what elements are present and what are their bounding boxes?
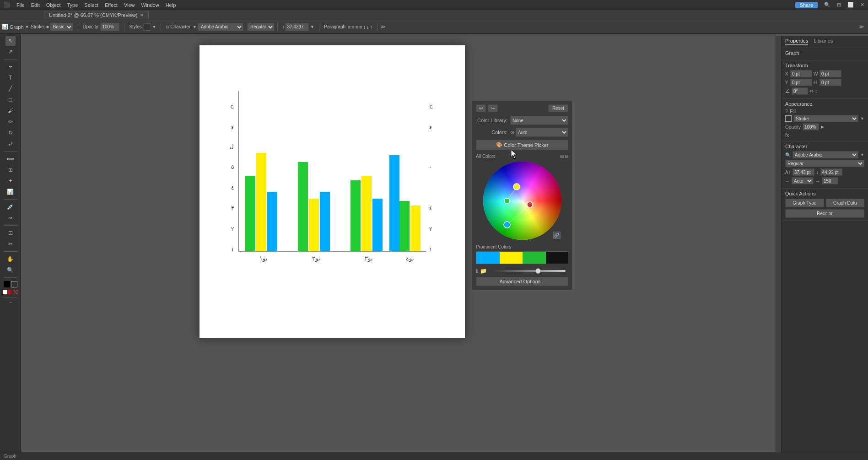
line-tool[interactable]: ╱ xyxy=(5,84,16,94)
graph-data-button[interactable]: Graph Data xyxy=(826,199,865,207)
menu-effect[interactable]: Effect xyxy=(105,2,118,8)
hand-tool[interactable]: ✋ xyxy=(5,254,16,264)
flip-icon[interactable]: ↕ xyxy=(815,88,818,94)
font-dropdown-icon[interactable]: ▼ xyxy=(860,152,864,157)
outdent-icon[interactable]: ↑ xyxy=(370,24,373,30)
width-tool[interactable]: ⟺ xyxy=(5,154,16,164)
align-center-icon[interactable]: ≡ xyxy=(351,24,354,30)
share-button[interactable]: Share xyxy=(795,2,818,8)
stroke-dropdown[interactable]: Basic xyxy=(50,23,73,31)
type-tool[interactable]: T xyxy=(5,73,16,83)
swatch-green[interactable] xyxy=(523,252,546,264)
free-transform-tool[interactable]: ⊞ xyxy=(5,165,16,175)
color-library-dropdown[interactable]: None xyxy=(510,116,568,125)
swatch-blue[interactable] xyxy=(476,252,500,264)
opacity-more-icon[interactable]: ▶ xyxy=(821,124,824,129)
more-icon[interactable]: ↕ xyxy=(363,24,366,30)
w-input[interactable] xyxy=(819,70,841,77)
x-input[interactable] xyxy=(790,70,812,77)
blend-tool[interactable]: ∞ xyxy=(5,213,16,223)
close-icon[interactable]: ✕ xyxy=(860,2,864,8)
graph-tool[interactable]: 📊 xyxy=(5,187,16,197)
extra-toolbar-icon1[interactable]: ≫ xyxy=(380,24,386,30)
info-icon[interactable]: ℹ xyxy=(476,268,478,274)
y-input[interactable] xyxy=(790,79,812,86)
tab-libraries[interactable]: Libraries xyxy=(814,38,833,45)
font-style-dropdown-rp[interactable]: Regular xyxy=(785,160,864,167)
more-tools[interactable]: ··· xyxy=(9,300,12,304)
tracking-dropdown[interactable]: Auto xyxy=(792,177,814,184)
reflect-tool[interactable]: ⇄ xyxy=(5,139,16,149)
h-input[interactable] xyxy=(819,79,841,86)
footer-slider[interactable] xyxy=(490,270,566,272)
menu-object[interactable]: Object xyxy=(46,2,61,8)
app-icon[interactable]: ⬛ xyxy=(4,2,10,8)
rotate-tool[interactable]: ↻ xyxy=(5,128,16,138)
fill-swatch[interactable] xyxy=(4,281,10,287)
paintbrush-tool[interactable]: 🖌 xyxy=(5,106,16,116)
stroke-more-icon[interactable]: ▼ xyxy=(860,116,864,121)
color-btn[interactable] xyxy=(3,290,7,294)
menu-view[interactable]: View xyxy=(124,2,135,8)
canvas-area[interactable]: ١ ٢ ٣ ٤ ٥ ل و ح نو١ xyxy=(21,34,868,458)
redo-button[interactable]: ↪ xyxy=(488,104,498,112)
eyedropper-tool[interactable]: 💉 xyxy=(5,202,16,212)
color-wheel-container[interactable]: 🔗 xyxy=(482,161,562,241)
stroke-swatch[interactable] xyxy=(11,281,17,287)
undo-button[interactable]: ↩ xyxy=(476,104,486,112)
font-size-input-rp[interactable] xyxy=(793,168,814,176)
recolor-button[interactable]: Recolor xyxy=(785,209,864,218)
justify-icon[interactable]: ≡ xyxy=(359,24,362,30)
pen-tool[interactable]: ✒ xyxy=(5,62,16,72)
advanced-options-button[interactable]: Advanced Options... xyxy=(476,277,568,286)
grid-icon-small[interactable]: ⊞ xyxy=(560,154,564,159)
reset-button[interactable]: Reset xyxy=(548,104,568,112)
tab-close-button[interactable]: ✕ xyxy=(140,13,144,17)
symbol-tool[interactable]: ✦ xyxy=(5,176,16,186)
artboard-tool[interactable]: ⊡ xyxy=(5,228,16,238)
style-dropdown-icon[interactable]: ▼ xyxy=(152,25,156,29)
colors-dropdown[interactable]: Auto xyxy=(516,128,568,137)
swatch-yellow[interactable] xyxy=(500,252,523,264)
search-icon[interactable]: 🔍 xyxy=(824,2,830,8)
extra-toolbar-icon2[interactable]: ≫ xyxy=(859,24,864,30)
line-height-input[interactable] xyxy=(820,168,842,176)
vertical-scrollbar[interactable] xyxy=(776,36,781,452)
link-proportional[interactable]: ⇔ xyxy=(809,88,814,94)
slice-tool[interactable]: ✂ xyxy=(5,239,16,249)
opacity-input[interactable] xyxy=(100,23,119,31)
arrange-icon[interactable]: ⊞ xyxy=(837,2,841,8)
indent-icon[interactable]: ↓ xyxy=(367,24,369,30)
font-dropdown[interactable]: Adobe Arabic xyxy=(198,23,243,31)
menu-select[interactable]: Select xyxy=(84,2,98,8)
opacity-input-rp[interactable] xyxy=(803,123,819,130)
kerning-input[interactable] xyxy=(822,177,838,184)
stroke-dropdown-rp[interactable]: Stroke xyxy=(793,115,858,122)
font-size-input[interactable] xyxy=(285,23,309,31)
document-tab[interactable]: Untitled-2* @ 66.67 % (CMYK/Preview) ✕ xyxy=(44,11,149,19)
link-icon[interactable]: 🔗 xyxy=(553,232,561,239)
menu-edit[interactable]: Edit xyxy=(31,2,40,8)
char-dropdown-icon[interactable]: ▼ xyxy=(193,25,197,29)
angle-input[interactable] xyxy=(792,87,808,95)
pencil-tool[interactable]: ✏ xyxy=(5,117,16,127)
font-style-dropdown[interactable]: Regular xyxy=(247,23,275,31)
graph-type-button[interactable]: Graph Type xyxy=(785,199,824,207)
menu-file[interactable]: File xyxy=(16,2,25,8)
gradient-btn[interactable] xyxy=(8,290,13,294)
menu-type[interactable]: Type xyxy=(67,2,78,8)
none-btn[interactable] xyxy=(14,290,18,294)
swatch-black[interactable] xyxy=(546,252,568,264)
menu-help[interactable]: Help xyxy=(166,2,176,8)
grid-icon-large[interactable]: ⊟ xyxy=(565,154,568,159)
menu-window[interactable]: Window xyxy=(141,2,159,8)
folder-icon[interactable]: 📁 xyxy=(480,268,487,274)
rect-tool[interactable]: □ xyxy=(5,95,16,105)
zoom-tool[interactable]: 🔍 xyxy=(5,265,16,275)
tab-properties[interactable]: Properties xyxy=(785,38,808,45)
selection-tool[interactable]: ↖ xyxy=(5,36,16,46)
color-theme-picker-button[interactable]: 🎨 Color Theme Picker xyxy=(476,140,568,150)
font-family-dropdown[interactable]: Adobe Arabic xyxy=(793,151,858,158)
restore-icon[interactable]: ⬜ xyxy=(847,2,854,8)
align-left-icon[interactable]: ≡ xyxy=(348,24,350,30)
